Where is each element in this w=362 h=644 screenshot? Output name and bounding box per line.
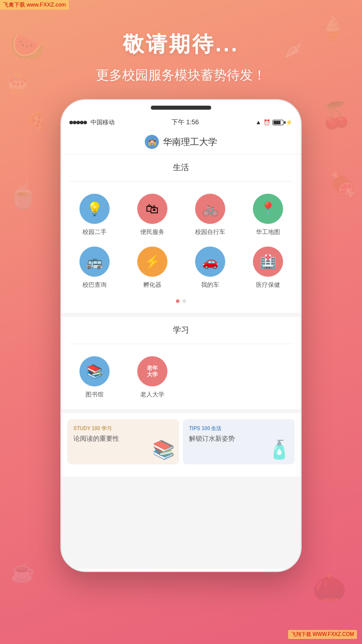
bottom-nav: 🏠 主页 ❋ 服务 👤 我的 xyxy=(61,568,301,572)
icon-senior-uni-label: 老人大学 xyxy=(140,390,164,399)
battery-indicator xyxy=(273,120,284,125)
article-image-life: 🧴 xyxy=(268,439,291,460)
app-title: 华南理工大学 xyxy=(163,136,217,148)
dot-2 xyxy=(183,299,186,303)
signal-dots xyxy=(69,119,87,126)
icon-bus[interactable]: 🚌 校巴查询 xyxy=(65,243,123,295)
nav-profile-icon: 👤 xyxy=(254,572,267,573)
article-tag-study: STUDY 100 学习 xyxy=(73,425,173,432)
icon-bike-label: 校园自行车 xyxy=(195,228,225,236)
icon-campus-secondhand[interactable]: 💡 校园二手 xyxy=(65,190,123,243)
icon-bus-circle: 🚌 xyxy=(79,247,110,277)
nav-service[interactable]: ❋ 服务 xyxy=(141,571,221,573)
watermark-bottom: 飞翔下载 WWW.FXXZ.COM xyxy=(288,630,357,639)
article-cards: STUDY 100 学习 论阅读的重要性 📚 TIPS 100 生活 解锁订水新… xyxy=(61,419,301,470)
icon-map-circle: 📍 xyxy=(253,194,283,224)
phone-notch-bar xyxy=(61,100,301,115)
study-divider xyxy=(69,344,293,344)
icon-mycar-label: 我的车 xyxy=(201,281,219,289)
icon-incubator-circle: ⚡ xyxy=(137,247,167,277)
icon-senior-uni[interactable]: 老年大学 老人大学 xyxy=(123,352,181,405)
carrier-name: 中国移动 xyxy=(90,118,115,127)
articles-section: STUDY 100 学习 论阅读的重要性 📚 TIPS 100 生活 解锁订水新… xyxy=(61,413,301,476)
icon-convenience-circle: 🛍 xyxy=(137,194,167,224)
icon-campus-secondhand-circle: 💡 xyxy=(79,194,110,224)
battery-fill xyxy=(274,121,281,124)
location-icon: ▲ xyxy=(255,119,261,126)
app-header: 🏫 华南理工大学 xyxy=(61,129,301,154)
hero-subtitle: 更多校园服务模块蓄势待发！ xyxy=(0,66,362,84)
icon-bike[interactable]: 🚲 校园自行车 xyxy=(181,190,239,243)
icon-bike-circle: 🚲 xyxy=(195,194,225,224)
phone-content[interactable]: 生活 💡 校园二手 🛍 便民服务 xyxy=(61,154,301,568)
nav-home-icon: 🏠 xyxy=(95,572,108,573)
study-section: 学习 📚 图书馆 老年大学 老人大学 xyxy=(61,317,301,409)
icon-convenience[interactable]: 🛍 便民服务 xyxy=(123,190,181,243)
article-card-study[interactable]: STUDY 100 学习 论阅读的重要性 📚 xyxy=(67,419,179,464)
icon-medical[interactable]: 🏥 医疗保健 xyxy=(239,243,297,295)
icon-medical-label: 医疗保健 xyxy=(256,281,280,289)
icon-incubator-label: 孵化器 xyxy=(143,281,161,289)
study-section-title: 学习 xyxy=(61,325,301,336)
hero-title: 敬请期待... xyxy=(0,30,362,58)
nav-home[interactable]: 🏠 主页 xyxy=(61,572,141,573)
status-left: 中国移动 xyxy=(69,118,115,127)
alarm-icon: ⏰ xyxy=(263,119,270,126)
icon-mycar[interactable]: 🚗 我的车 xyxy=(181,243,239,295)
life-divider xyxy=(69,181,293,182)
icon-map-label: 华工地图 xyxy=(256,228,280,236)
charge-icon: ⚡ xyxy=(286,119,293,126)
status-bar: 中国移动 下午 1:56 ▲ ⏰ ⚡ xyxy=(61,115,301,129)
icon-library[interactable]: 📚 图书馆 xyxy=(65,352,123,405)
watermark-top: 飞禽下载 www.FXXZ.com xyxy=(0,0,69,10)
app-logo: 🏫 xyxy=(145,135,159,149)
nav-service-icon: ❋ xyxy=(176,571,186,573)
hero-section: 敬请期待... 更多校园服务模块蓄势待发！ xyxy=(0,0,362,99)
life-section-title: 生活 xyxy=(61,163,301,173)
icon-library-circle: 📚 xyxy=(79,356,110,386)
status-time: 下午 1:56 xyxy=(171,118,199,127)
phone-mockup: 中国移动 下午 1:56 ▲ ⏰ ⚡ 🏫 华南理工大学 生活 xyxy=(0,99,362,572)
article-card-life[interactable]: TIPS 100 生活 解锁订水新姿势 🧴 xyxy=(183,419,295,464)
phone-frame: 中国移动 下午 1:56 ▲ ⏰ ⚡ 🏫 华南理工大学 生活 xyxy=(60,99,302,572)
article-image-study: 📚 xyxy=(152,439,175,460)
icon-senior-uni-circle: 老年大学 xyxy=(137,356,167,386)
icon-map[interactable]: 📍 华工地图 xyxy=(239,190,297,243)
icon-convenience-label: 便民服务 xyxy=(140,228,164,236)
icon-medical-circle: 🏥 xyxy=(253,247,283,277)
article-tag-life: TIPS 100 生活 xyxy=(189,425,289,432)
phone-notch xyxy=(151,106,211,110)
study-icon-grid: 📚 图书馆 老年大学 老人大学 xyxy=(61,352,301,405)
icon-incubator[interactable]: ⚡ 孵化器 xyxy=(123,243,181,295)
icon-library-label: 图书馆 xyxy=(85,390,104,399)
life-icon-grid: 💡 校园二手 🛍 便民服务 🚲 校园自行车 xyxy=(61,190,301,295)
life-section: 生活 💡 校园二手 🛍 便民服务 xyxy=(61,154,301,313)
nav-profile[interactable]: 👤 我的 xyxy=(221,572,301,573)
page-dots xyxy=(61,295,301,309)
icon-mycar-circle: 🚗 xyxy=(195,247,225,277)
icon-campus-secondhand-label: 校园二手 xyxy=(82,228,107,236)
status-right: ▲ ⏰ ⚡ xyxy=(255,119,293,126)
icon-bus-label: 校巴查询 xyxy=(82,281,107,289)
dot-1 xyxy=(176,299,179,303)
